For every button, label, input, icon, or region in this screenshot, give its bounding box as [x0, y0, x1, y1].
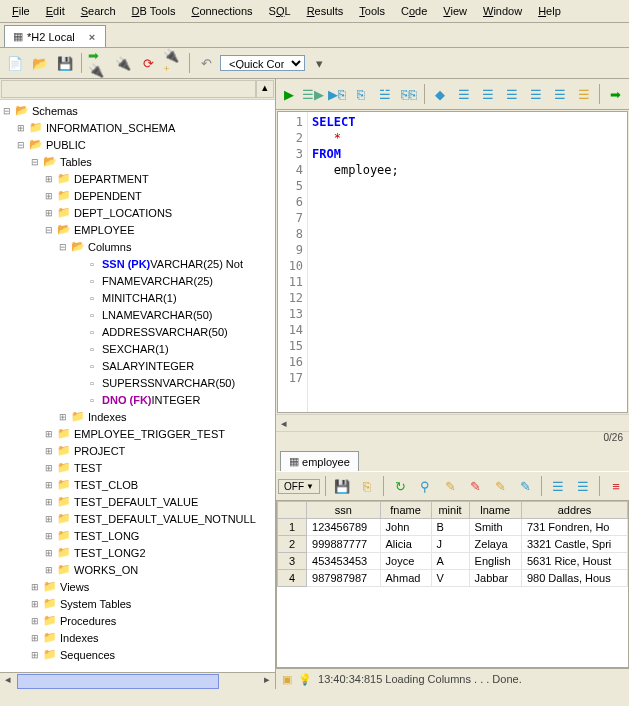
node-dept-locations[interactable]: ⊞📁DEPT_LOCATIONS	[0, 204, 275, 221]
result-grid[interactable]: ssn fname minit lname addres 1123456789J…	[276, 500, 629, 668]
tree-header-cell[interactable]	[1, 80, 256, 98]
node-emp-trigger[interactable]: ⊞📁EMPLOYEE_TRIGGER_TEST	[0, 425, 275, 442]
refresh-icon[interactable]: ↻	[389, 475, 411, 497]
menu-window[interactable]: Window	[475, 2, 530, 20]
history-back-icon[interactable]: ↶	[195, 52, 217, 74]
node-schemas[interactable]: ⊟📂Schemas	[0, 102, 275, 119]
columns-icon[interactable]: ☰	[572, 475, 594, 497]
table-row[interactable]: 3453453453JoyceAEnglish5631 Rice, Houst	[278, 553, 628, 570]
col-lname[interactable]: ▫LNAME VARCHAR(50)	[0, 306, 275, 323]
sql-code[interactable]: SELECT * FROM employee;	[308, 112, 627, 412]
menu-file[interactable]: File	[4, 2, 38, 20]
menu-view[interactable]: View	[435, 2, 475, 20]
menu-connections[interactable]: Connections	[183, 2, 260, 20]
run-list-icon[interactable]: ☰▶	[302, 83, 324, 105]
disconnect-icon[interactable]: 🔌	[112, 52, 134, 74]
col-fname[interactable]: ▫FNAME VARCHAR(25)	[0, 272, 275, 289]
col-superssn[interactable]: ▫SUPERSSN VARCHAR(50)	[0, 374, 275, 391]
node-tables[interactable]: ⊟📂Tables	[0, 153, 275, 170]
editor-hscroll[interactable]: ◂	[276, 414, 629, 431]
node-system-tables[interactable]: ⊞📁System Tables	[0, 595, 275, 612]
duplicate-icon[interactable]: ⎘⎘	[398, 83, 420, 105]
dropdown-icon[interactable]: ▾	[308, 52, 330, 74]
more-icon[interactable]: ≡	[605, 475, 627, 497]
off-button[interactable]: OFF▼	[278, 479, 320, 494]
node-works-on[interactable]: ⊞📁WORKS_ON	[0, 561, 275, 578]
node-dependent[interactable]: ⊞📁DEPENDENT	[0, 187, 275, 204]
node-columns[interactable]: ⊟📂Columns	[0, 238, 275, 255]
next-page-icon[interactable]: ➡	[604, 83, 626, 105]
new-icon[interactable]: 📄	[4, 52, 26, 74]
table-row[interactable]: 2999887777AliciaJZelaya3321 Castle, Spri	[278, 536, 628, 553]
node-test-default[interactable]: ⊞📁TEST_DEFAULT_VALUE	[0, 493, 275, 510]
execute-icon[interactable]: ▶⎘	[326, 83, 348, 105]
node-test-long2[interactable]: ⊞📁TEST_LONG2	[0, 544, 275, 561]
rows-icon[interactable]: ☰	[547, 475, 569, 497]
node-test-default-nn[interactable]: ⊞📁TEST_DEFAULT_VALUE_NOTNULL	[0, 510, 275, 527]
lower-icon[interactable]: ☰	[573, 83, 595, 105]
result-tab-employee[interactable]: ▦ employee	[280, 451, 359, 471]
table-row[interactable]: 1123456789JohnBSmith731 Fondren, Ho	[278, 519, 628, 536]
col-lname[interactable]: lname	[469, 502, 521, 519]
node-test-long[interactable]: ⊞📁TEST_LONG	[0, 527, 275, 544]
node-procedures[interactable]: ⊞📁Procedures	[0, 612, 275, 629]
add-row-icon[interactable]: ✎	[514, 475, 536, 497]
node-sequences[interactable]: ⊞📁Sequences	[0, 646, 275, 663]
node-department[interactable]: ⊞📁DEPARTMENT	[0, 170, 275, 187]
col-fname[interactable]: fname	[380, 502, 431, 519]
save-result-icon[interactable]: 💾	[331, 475, 353, 497]
col-minit[interactable]: minit	[431, 502, 469, 519]
format-icon[interactable]: ☱	[374, 83, 396, 105]
col-ssn[interactable]: ssn	[307, 502, 380, 519]
table-row[interactable]: 4987987987AhmadVJabbar980 Dallas, Hous	[278, 570, 628, 587]
pin-icon[interactable]: ✎	[464, 475, 486, 497]
col-address[interactable]: ▫ADDRESS VARCHAR(50)	[0, 323, 275, 340]
col-address[interactable]: addres	[521, 502, 627, 519]
filter-icon[interactable]: ⚲	[414, 475, 436, 497]
col-sex[interactable]: ▫SEX CHAR(1)	[0, 340, 275, 357]
menu-code[interactable]: Code	[393, 2, 435, 20]
menu-sql[interactable]: SQL	[261, 2, 299, 20]
schema-tree[interactable]: ⊟📂Schemas ⊞📁INFORMATION_SCHEMA ⊟📂PUBLIC …	[0, 100, 275, 672]
reconnect-icon[interactable]: ⟳	[137, 52, 159, 74]
link-icon[interactable]: ✎	[489, 475, 511, 497]
uncomment-icon[interactable]: ☰	[525, 83, 547, 105]
col-salary[interactable]: ▫SALARY INTEGER	[0, 357, 275, 374]
node-information-schema[interactable]: ⊞📁INFORMATION_SCHEMA	[0, 119, 275, 136]
col-dno[interactable]: ▫DNO (FK) INTEGER	[0, 391, 275, 408]
node-indexes[interactable]: ⊞📁Indexes	[0, 629, 275, 646]
save-icon[interactable]: 💾	[54, 52, 76, 74]
connect-icon[interactable]: ➡🔌	[87, 52, 109, 74]
tab-h2local[interactable]: ▦ *H2 Local ×	[4, 25, 106, 47]
menu-results[interactable]: Results	[299, 2, 352, 20]
export-icon[interactable]: ⎘	[356, 475, 378, 497]
node-public[interactable]: ⊟📂PUBLIC	[0, 136, 275, 153]
run-icon[interactable]: ▶	[278, 83, 300, 105]
rownum-header[interactable]	[278, 502, 307, 519]
new-connection-icon[interactable]: 🔌⁺	[162, 52, 184, 74]
explain-icon[interactable]: ⎘	[350, 83, 372, 105]
tree-header-scroll[interactable]: ▴	[256, 80, 274, 98]
menu-tools[interactable]: Tools	[351, 2, 393, 20]
node-employee[interactable]: ⊟📂EMPLOYEE	[0, 221, 275, 238]
prev-icon[interactable]: ◆	[429, 83, 451, 105]
outdent-icon[interactable]: ☰	[477, 83, 499, 105]
upper-icon[interactable]: ☰	[549, 83, 571, 105]
col-minit[interactable]: ▫MINIT CHAR(1)	[0, 289, 275, 306]
menu-edit[interactable]: Edit	[38, 2, 73, 20]
menu-help[interactable]: Help	[530, 2, 569, 20]
col-ssn[interactable]: ▫SSN (PK) VARCHAR(25) Not	[0, 255, 275, 272]
quick-connect-select[interactable]: <Quick Connect>	[220, 55, 305, 71]
node-test[interactable]: ⊞📁TEST	[0, 459, 275, 476]
close-icon[interactable]: ×	[87, 31, 97, 43]
open-icon[interactable]: 📂	[29, 52, 51, 74]
node-indexes-emp[interactable]: ⊞📁Indexes	[0, 408, 275, 425]
sql-editor[interactable]: 1234567891011121314151617 SELECT * FROM …	[277, 111, 628, 413]
node-test-clob[interactable]: ⊞📁TEST_CLOB	[0, 476, 275, 493]
indent-icon[interactable]: ☰	[453, 83, 475, 105]
comment-icon[interactable]: ☰	[501, 83, 523, 105]
menu-dbtools[interactable]: DB Tools	[124, 2, 184, 20]
node-project[interactable]: ⊞📁PROJECT	[0, 442, 275, 459]
node-views[interactable]: ⊞📁Views	[0, 578, 275, 595]
menu-search[interactable]: Search	[73, 2, 124, 20]
